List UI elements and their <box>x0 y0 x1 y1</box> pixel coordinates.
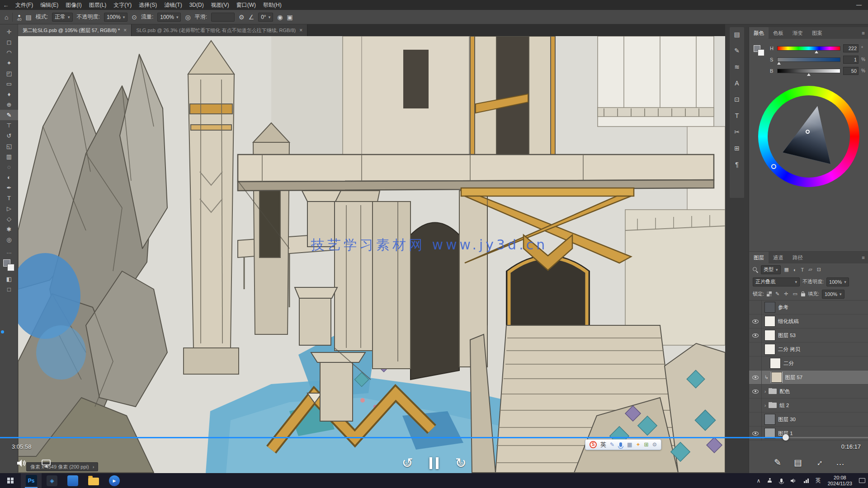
layer-row[interactable]: 二分 <box>749 357 868 371</box>
toggle-brush-panel-icon[interactable]: ▤ <box>25 14 31 21</box>
edit-toolbar-icon[interactable]: … <box>0 249 18 255</box>
rewind-10-button[interactable]: ↺ 10 <box>400 455 415 471</box>
lock-transparency-icon[interactable] <box>767 291 772 296</box>
layer-row[interactable]: 图层 53 <box>749 328 868 343</box>
brightness-marker[interactable] <box>807 73 811 76</box>
color-wheel[interactable] <box>758 86 859 187</box>
visibility-toggle[interactable] <box>749 343 762 357</box>
filter-smart-objects-icon[interactable]: ⊡ <box>816 267 822 272</box>
blend-mode-select[interactable]: 正常 <box>52 13 73 22</box>
hue-value[interactable]: 222 <box>843 44 859 52</box>
tool-history-brush[interactable]: ↺ <box>0 131 18 141</box>
canvas-area[interactable]: 技艺学习素材网 www.jy3d.cn <box>18 36 725 473</box>
filter-pixel-layers-icon[interactable]: ▦ <box>783 267 790 272</box>
layer-row[interactable]: 图层 30 <box>749 413 868 427</box>
canvas-artwork[interactable]: 技艺学习素材网 www.jy3d.cn <box>18 36 725 473</box>
sogou-logo-icon[interactable]: S <box>590 441 597 448</box>
screen-share-icon[interactable] <box>42 460 51 467</box>
saturation-slider[interactable] <box>777 57 840 62</box>
saturation-value[interactable]: 1 <box>843 56 859 64</box>
tool-shape[interactable]: ◇ <box>0 214 18 224</box>
menu-type[interactable]: 文字(Y) <box>110 0 135 10</box>
background-color-swatch[interactable] <box>7 264 14 271</box>
layer-blend-mode-select[interactable]: 正片叠底 <box>753 277 800 286</box>
filter-shape-layers-icon[interactable]: ▱ <box>807 267 813 272</box>
taskbar-app-2[interactable]: ◈ <box>42 473 62 488</box>
start-button[interactable] <box>0 473 21 488</box>
tab-layers[interactable]: 图层 <box>749 252 769 263</box>
tool-type[interactable]: T <box>0 193 18 203</box>
layer-row-selected[interactable]: ↳图层 57 <box>749 371 868 385</box>
tray-volume-icon[interactable] <box>791 478 797 483</box>
minimize-icon[interactable]: — <box>856 0 862 10</box>
lock-all-icon[interactable] <box>801 293 805 296</box>
resize-arrows-icon[interactable]: ↔ <box>812 456 826 469</box>
layer-thumbnail[interactable] <box>770 358 781 369</box>
panel-menu-icon[interactable]: ≡ <box>862 27 865 39</box>
tablet-pressure-size-icon[interactable]: ◉ <box>277 14 283 21</box>
menu-filter[interactable]: 滤镜(T) <box>160 0 185 10</box>
soft-keyboard-icon[interactable]: ▦ <box>627 441 632 448</box>
layer-thumbnail[interactable] <box>764 414 775 425</box>
visibility-toggle[interactable] <box>749 399 762 413</box>
taskbar-file-explorer[interactable] <box>83 473 104 488</box>
handwriting-icon[interactable]: ✎ <box>610 441 614 448</box>
layer-thumbnail[interactable] <box>764 302 775 313</box>
tool-path-select[interactable]: ▷ <box>0 203 18 214</box>
clip-tools-panel-icon[interactable]: ✂ <box>734 128 740 136</box>
menu-window[interactable]: 窗口(W) <box>233 0 259 10</box>
ime-language-toggle[interactable]: 英 <box>600 441 606 449</box>
smoothing-field[interactable] <box>211 13 235 22</box>
tool-zoom[interactable]: ◎ <box>0 235 18 245</box>
tab-patterns[interactable]: 图案 <box>807 27 827 39</box>
tool-clone-stamp[interactable]: ⊤ <box>0 120 18 131</box>
background-color-swatch[interactable] <box>758 49 764 56</box>
menu-image[interactable]: 图像(I) <box>62 0 85 10</box>
brightness-value[interactable]: 50 <box>843 67 859 75</box>
opacity-select[interactable]: 100% <box>104 13 127 22</box>
visibility-toggle[interactable] <box>749 314 762 328</box>
hue-marker[interactable] <box>815 51 818 53</box>
tab-gradients[interactable]: 渐变 <box>788 27 807 39</box>
tool-gradient[interactable]: ▥ <box>0 151 18 162</box>
ime-settings-icon[interactable]: ⚙ <box>652 441 657 448</box>
visibility-toggle[interactable] <box>749 300 762 314</box>
skin-icon[interactable]: ✦ <box>636 441 640 448</box>
tablet-panel-icon[interactable]: ▤ <box>794 457 802 468</box>
screen-mode-icon[interactable]: □ <box>0 284 18 295</box>
layer-row[interactable]: 细化线稿 <box>749 314 868 328</box>
layer-thumbnail[interactable] <box>764 344 775 355</box>
expand-group-icon[interactable]: › <box>764 389 766 394</box>
layer-row[interactable]: 图层 1 <box>749 427 868 441</box>
pause-button[interactable] <box>429 457 439 469</box>
brightness-slider[interactable] <box>777 69 840 73</box>
libraries-panel-icon[interactable]: ⊞ <box>734 145 740 152</box>
visibility-toggle[interactable] <box>749 413 762 427</box>
voice-input-icon[interactable] <box>619 442 622 447</box>
menu-view[interactable]: 视图(V) <box>208 0 233 10</box>
history-panel-icon[interactable]: ▤ <box>734 31 740 38</box>
menu-layer[interactable]: 图层(L) <box>85 0 110 10</box>
layer-thumbnail[interactable] <box>764 330 775 341</box>
saturation-marker[interactable] <box>777 62 781 65</box>
back-icon[interactable]: ← <box>0 2 12 9</box>
user-icon[interactable] <box>767 478 772 483</box>
document-tab-active[interactable]: 第二轮SLG.psb @ 105% (图层 57, RGB/8) * × <box>18 24 132 36</box>
close-tab-icon[interactable]: × <box>299 27 302 33</box>
filter-adjustment-layers-icon[interactable]: ◐ <box>793 267 797 272</box>
visibility-toggle[interactable] <box>749 385 762 399</box>
action-center-icon[interactable] <box>859 478 865 483</box>
forward-30-button[interactable]: ↻ 30 <box>453 455 468 471</box>
tool-eyedropper[interactable]: ♦ <box>0 89 18 99</box>
panel-menu-icon[interactable]: ≡ <box>862 252 865 263</box>
quick-mask-icon[interactable]: ◧ <box>0 274 18 284</box>
more-options-icon[interactable]: … <box>836 457 844 468</box>
group-row[interactable]: ›组 2 <box>749 399 868 413</box>
visibility-toggle[interactable] <box>749 357 762 371</box>
document-tab-inactive[interactable]: SLG.psb @ 26.3% (老师帮忙看下细化 有点不知道怎么往下继续, R… <box>132 24 307 36</box>
expand-group-icon[interactable]: › <box>764 403 766 408</box>
tab-swatches[interactable]: 色板 <box>769 27 788 39</box>
tool-dodge[interactable]: ◐ <box>0 172 18 183</box>
smoothing-gear-icon[interactable]: ⚙ <box>239 14 245 21</box>
taskbar-photoshop[interactable]: Ps <box>21 473 42 488</box>
